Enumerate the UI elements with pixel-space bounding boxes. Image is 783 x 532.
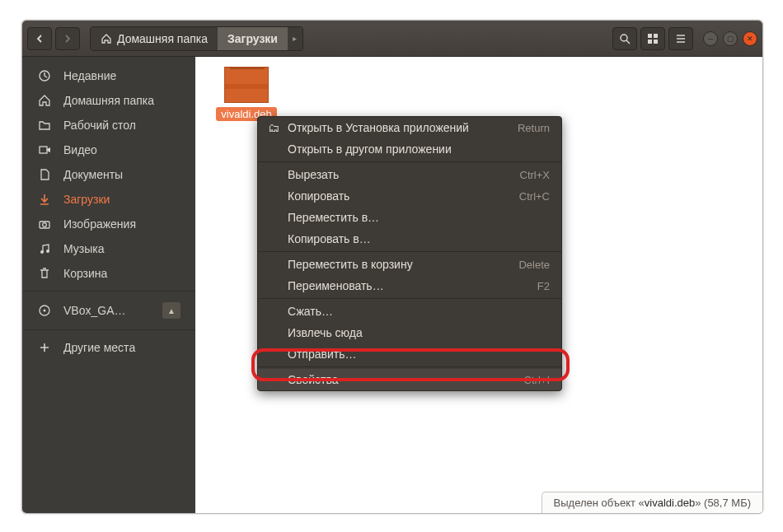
status-bar: Выделен объект «vivaldi.deb» (58,7 МБ) — [542, 492, 762, 513]
sidebar-item-label: Другие места — [63, 341, 135, 354]
sidebar-item-documents[interactable]: Документы — [22, 162, 195, 187]
menu-rename[interactable]: Переименовать… F2 — [258, 275, 561, 296]
menu-trash[interactable]: Переместить в корзину Delete — [258, 254, 561, 275]
breadcrumb-more[interactable]: ▸ — [288, 27, 302, 50]
svg-line-1 — [626, 40, 630, 44]
sidebar-item-pictures[interactable]: Изображения — [22, 212, 195, 236]
sidebar-item-other[interactable]: Другие места — [22, 335, 195, 360]
search-icon — [619, 33, 631, 44]
search-button[interactable] — [612, 27, 637, 50]
sidebar-item-disk[interactable]: VBox_GA… ▲ — [22, 296, 195, 324]
menu-accel: Delete — [518, 259, 550, 271]
menu-separator — [258, 251, 561, 252]
close-button[interactable]: ✕ — [743, 31, 757, 46]
menu-separator — [258, 366, 561, 367]
menu-label: Копировать — [288, 189, 349, 203]
sidebar-item-label: VBox_GA… — [63, 304, 125, 317]
camera-icon — [37, 217, 52, 231]
svg-rect-10 — [40, 147, 47, 153]
sidebar-item-label: Загрузки — [63, 193, 110, 206]
sidebar-item-label: Изображения — [63, 217, 136, 231]
download-icon — [37, 193, 52, 206]
menu-label: Извлечь сюда — [288, 326, 363, 339]
sidebar-item-label: Документы — [63, 168, 123, 181]
hamburger-menu-button[interactable] — [668, 27, 693, 50]
clock-icon — [37, 69, 52, 82]
menu-move-to[interactable]: Переместить в… — [258, 207, 561, 228]
app-icon: 🗂 — [266, 121, 281, 134]
sidebar-item-desktop[interactable]: Рабочий стол — [22, 113, 195, 138]
menu-extract[interactable]: Извлечь сюда — [258, 322, 561, 343]
sidebar-item-recent[interactable]: Недавние — [22, 63, 195, 88]
menu-copy[interactable]: Копировать Ctrl+C — [258, 185, 561, 207]
status-prefix: Выделен объект « — [554, 497, 645, 509]
sidebar-item-videos[interactable]: Видео — [22, 138, 195, 162]
status-object: vivaldi.deb — [645, 497, 695, 509]
back-button[interactable] — [27, 27, 52, 50]
menu-separator — [258, 161, 561, 162]
menu-label: Вырезать — [288, 168, 339, 181]
music-icon — [37, 242, 52, 255]
menu-label: Отправить… — [288, 348, 356, 361]
maximize-button[interactable]: ▢ — [723, 31, 738, 46]
folder-icon — [37, 119, 52, 132]
breadcrumb-current[interactable]: Загрузки — [218, 27, 288, 50]
sidebar-item-label: Недавние — [63, 69, 116, 82]
trash-icon — [37, 267, 52, 280]
menu-label: Сжать… — [288, 305, 333, 318]
minimize-button[interactable]: ─ — [703, 31, 718, 46]
sidebar-item-home[interactable]: Домашняя папка — [22, 88, 195, 113]
sidebar-item-label: Домашняя папка — [63, 94, 154, 107]
menu-separator — [258, 298, 561, 299]
window-controls: ─ ▢ ✕ — [703, 31, 757, 46]
menu-icon — [675, 33, 687, 44]
breadcrumb-current-label: Загрузки — [227, 32, 278, 45]
sidebar-separator — [22, 291, 195, 292]
sidebar-item-label: Музыка — [63, 242, 105, 255]
forward-button[interactable] — [55, 27, 80, 50]
menu-accel: Ctrl+C — [519, 190, 550, 203]
svg-point-0 — [621, 35, 627, 41]
breadcrumb-home[interactable]: Домашняя папка — [91, 27, 218, 50]
view-grid-button[interactable] — [640, 27, 665, 50]
menu-accel: Ctrl+I — [524, 374, 550, 386]
sidebar-item-downloads[interactable]: Загрузки — [22, 187, 195, 212]
menu-accel: Ctrl+X — [520, 169, 550, 181]
menu-label: Переместить в… — [288, 211, 379, 224]
sidebar-item-trash[interactable]: Корзина — [22, 261, 195, 286]
menu-cut[interactable]: Вырезать Ctrl+X — [258, 164, 561, 185]
home-icon — [37, 94, 52, 107]
disc-icon — [37, 304, 52, 317]
titlebar: Домашняя папка Загрузки ▸ ─ ▢ ✕ — [22, 21, 762, 57]
package-icon — [224, 67, 269, 103]
svg-point-16 — [44, 310, 46, 312]
menu-open-default[interactable]: 🗂 Открыть в Установка приложений Return — [258, 117, 561, 138]
menu-compress[interactable]: Сжать… — [258, 301, 561, 322]
menu-label: Переименовать… — [288, 279, 384, 292]
svg-point-13 — [40, 250, 44, 254]
eject-button[interactable]: ▲ — [162, 302, 181, 319]
sidebar-item-label: Корзина — [63, 267, 107, 280]
file-item[interactable]: vivaldi.deb — [210, 67, 283, 121]
svg-rect-5 — [654, 40, 658, 44]
home-icon — [101, 33, 112, 44]
menu-properties[interactable]: Свойства Ctrl+I — [258, 369, 561, 390]
sidebar: Недавние Домашняя папка Рабочий стол Вид… — [22, 57, 195, 513]
svg-point-12 — [43, 223, 47, 227]
menu-send[interactable]: Отправить… — [258, 343, 561, 365]
sidebar-separator — [22, 329, 195, 330]
menu-accel: F2 — [537, 280, 550, 292]
sidebar-item-label: Видео — [63, 143, 97, 156]
menu-label: Открыть в другом приложении — [288, 142, 452, 156]
svg-rect-3 — [654, 34, 658, 38]
menu-label: Переместить в корзину — [288, 258, 413, 271]
svg-rect-2 — [648, 34, 652, 38]
sidebar-item-music[interactable]: Музыка — [22, 236, 195, 261]
video-icon — [37, 143, 52, 156]
svg-point-14 — [46, 250, 49, 253]
grid-icon — [647, 33, 659, 44]
menu-copy-to[interactable]: Копировать в… — [258, 228, 561, 250]
breadcrumb-home-label: Домашняя папка — [117, 32, 208, 45]
sidebar-item-label: Рабочий стол — [63, 119, 136, 132]
menu-open-with[interactable]: Открыть в другом приложении — [258, 138, 561, 160]
